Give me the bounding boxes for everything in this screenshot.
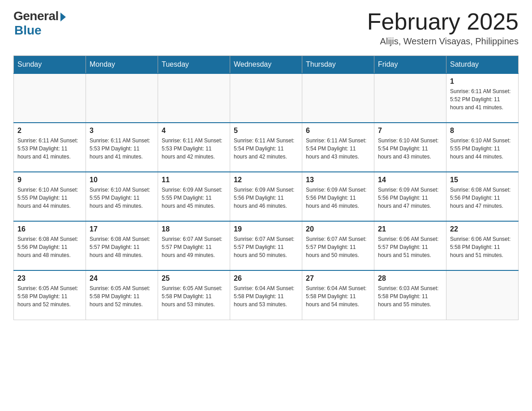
- day-number: 26: [234, 274, 298, 283]
- day-number: 11: [162, 176, 226, 184]
- day-info: Sunrise: 6:11 AM Sunset: 5:54 PM Dayligh…: [234, 137, 298, 161]
- calendar-day-cell: 1Sunrise: 6:11 AM Sunset: 5:52 PM Daylig…: [446, 73, 519, 123]
- day-number: 6: [306, 127, 370, 135]
- location-subtitle: Alijis, Western Visayas, Philippines: [367, 36, 519, 47]
- day-number: 10: [90, 176, 154, 184]
- day-number: 19: [234, 225, 298, 233]
- day-number: 15: [450, 176, 515, 184]
- day-number: 9: [17, 176, 82, 184]
- calendar-day-cell: 14Sunrise: 6:09 AM Sunset: 5:56 PM Dayli…: [374, 172, 446, 221]
- day-info: Sunrise: 6:11 AM Sunset: 5:52 PM Dayligh…: [450, 87, 515, 111]
- calendar-day-cell: [86, 73, 158, 123]
- day-info: Sunrise: 6:08 AM Sunset: 5:56 PM Dayligh…: [450, 186, 515, 210]
- day-number: 21: [378, 225, 442, 233]
- calendar-day-cell: [446, 270, 519, 320]
- calendar-week-row: 1Sunrise: 6:11 AM Sunset: 5:52 PM Daylig…: [14, 73, 519, 123]
- calendar-week-row: 16Sunrise: 6:08 AM Sunset: 5:56 PM Dayli…: [14, 221, 519, 270]
- day-info: Sunrise: 6:10 AM Sunset: 5:54 PM Dayligh…: [378, 137, 442, 161]
- day-info: Sunrise: 6:06 AM Sunset: 5:58 PM Dayligh…: [450, 235, 515, 259]
- day-info: Sunrise: 6:11 AM Sunset: 5:53 PM Dayligh…: [162, 137, 226, 161]
- day-number: 14: [378, 176, 442, 184]
- day-of-week-header: Monday: [86, 56, 158, 74]
- logo-general-text: General: [13, 9, 59, 23]
- day-info: Sunrise: 6:09 AM Sunset: 5:56 PM Dayligh…: [306, 186, 370, 210]
- calendar-day-cell: 13Sunrise: 6:09 AM Sunset: 5:56 PM Dayli…: [302, 172, 374, 221]
- calendar-day-cell: 5Sunrise: 6:11 AM Sunset: 5:54 PM Daylig…: [230, 123, 302, 172]
- day-info: Sunrise: 6:11 AM Sunset: 5:54 PM Dayligh…: [306, 137, 370, 161]
- calendar-day-cell: [302, 73, 374, 123]
- day-number: 23: [17, 274, 82, 283]
- day-info: Sunrise: 6:05 AM Sunset: 5:58 PM Dayligh…: [162, 284, 226, 308]
- page-header: General Blue February 2025 Alijis, Weste…: [13, 9, 519, 47]
- calendar-day-cell: 24Sunrise: 6:05 AM Sunset: 5:58 PM Dayli…: [86, 270, 158, 320]
- day-number: 7: [378, 127, 442, 135]
- day-of-week-header: Friday: [374, 56, 446, 74]
- calendar-day-cell: 18Sunrise: 6:07 AM Sunset: 5:57 PM Dayli…: [158, 221, 230, 270]
- calendar-week-row: 23Sunrise: 6:05 AM Sunset: 5:58 PM Dayli…: [14, 270, 519, 320]
- day-number: 5: [234, 127, 298, 135]
- calendar-day-cell: [14, 73, 86, 123]
- logo-blue-text: Blue: [14, 23, 42, 38]
- day-info: Sunrise: 6:08 AM Sunset: 5:56 PM Dayligh…: [17, 235, 82, 259]
- day-info: Sunrise: 6:06 AM Sunset: 5:57 PM Dayligh…: [378, 235, 442, 259]
- calendar-day-cell: 12Sunrise: 6:09 AM Sunset: 5:56 PM Dayli…: [230, 172, 302, 221]
- calendar-day-cell: 22Sunrise: 6:06 AM Sunset: 5:58 PM Dayli…: [446, 221, 519, 270]
- calendar-day-cell: [230, 73, 302, 123]
- day-number: 24: [90, 274, 154, 283]
- month-title: February 2025: [367, 9, 519, 34]
- day-number: 12: [234, 176, 298, 184]
- day-info: Sunrise: 6:09 AM Sunset: 5:56 PM Dayligh…: [378, 186, 442, 210]
- day-number: 27: [306, 274, 370, 283]
- day-number: 13: [306, 176, 370, 184]
- day-of-week-header: Tuesday: [158, 56, 230, 74]
- day-number: 22: [450, 225, 515, 233]
- day-info: Sunrise: 6:07 AM Sunset: 5:57 PM Dayligh…: [234, 235, 298, 259]
- calendar-week-row: 2Sunrise: 6:11 AM Sunset: 5:53 PM Daylig…: [14, 123, 519, 172]
- calendar-day-cell: 10Sunrise: 6:10 AM Sunset: 5:55 PM Dayli…: [86, 172, 158, 221]
- calendar-day-cell: 15Sunrise: 6:08 AM Sunset: 5:56 PM Dayli…: [446, 172, 519, 221]
- calendar-day-cell: 11Sunrise: 6:09 AM Sunset: 5:55 PM Dayli…: [158, 172, 230, 221]
- calendar-day-cell: 23Sunrise: 6:05 AM Sunset: 5:58 PM Dayli…: [14, 270, 86, 320]
- day-info: Sunrise: 6:04 AM Sunset: 5:58 PM Dayligh…: [306, 284, 370, 308]
- calendar-day-cell: 8Sunrise: 6:10 AM Sunset: 5:55 PM Daylig…: [446, 123, 519, 172]
- calendar-day-cell: 27Sunrise: 6:04 AM Sunset: 5:58 PM Dayli…: [302, 270, 374, 320]
- day-number: 16: [17, 225, 82, 233]
- day-info: Sunrise: 6:03 AM Sunset: 5:58 PM Dayligh…: [378, 284, 442, 308]
- calendar-day-cell: [374, 73, 446, 123]
- calendar-day-cell: 21Sunrise: 6:06 AM Sunset: 5:57 PM Dayli…: [374, 221, 446, 270]
- calendar-day-cell: 25Sunrise: 6:05 AM Sunset: 5:58 PM Dayli…: [158, 270, 230, 320]
- calendar-day-cell: 26Sunrise: 6:04 AM Sunset: 5:58 PM Dayli…: [230, 270, 302, 320]
- calendar-day-cell: 4Sunrise: 6:11 AM Sunset: 5:53 PM Daylig…: [158, 123, 230, 172]
- day-info: Sunrise: 6:10 AM Sunset: 5:55 PM Dayligh…: [450, 137, 515, 161]
- logo-arrow-icon: [60, 13, 66, 21]
- day-number: 4: [162, 127, 226, 135]
- calendar-day-cell: 6Sunrise: 6:11 AM Sunset: 5:54 PM Daylig…: [302, 123, 374, 172]
- day-info: Sunrise: 6:11 AM Sunset: 5:53 PM Dayligh…: [90, 137, 154, 161]
- day-of-week-header: Saturday: [446, 56, 519, 74]
- calendar-day-cell: [158, 73, 230, 123]
- logo: General Blue: [13, 9, 66, 38]
- calendar-day-cell: 16Sunrise: 6:08 AM Sunset: 5:56 PM Dayli…: [14, 221, 86, 270]
- day-number: 18: [162, 225, 226, 233]
- calendar-day-cell: 19Sunrise: 6:07 AM Sunset: 5:57 PM Dayli…: [230, 221, 302, 270]
- calendar-week-row: 9Sunrise: 6:10 AM Sunset: 5:55 PM Daylig…: [14, 172, 519, 221]
- day-of-week-header: Wednesday: [230, 56, 302, 74]
- day-info: Sunrise: 6:05 AM Sunset: 5:58 PM Dayligh…: [90, 284, 154, 308]
- calendar-day-cell: 9Sunrise: 6:10 AM Sunset: 5:55 PM Daylig…: [14, 172, 86, 221]
- calendar-table: SundayMondayTuesdayWednesdayThursdayFrid…: [13, 56, 519, 320]
- day-info: Sunrise: 6:07 AM Sunset: 5:57 PM Dayligh…: [162, 235, 226, 259]
- day-info: Sunrise: 6:09 AM Sunset: 5:56 PM Dayligh…: [234, 186, 298, 210]
- day-info: Sunrise: 6:04 AM Sunset: 5:58 PM Dayligh…: [234, 284, 298, 308]
- day-info: Sunrise: 6:11 AM Sunset: 5:53 PM Dayligh…: [17, 137, 82, 161]
- title-section: February 2025 Alijis, Western Visayas, P…: [367, 9, 519, 47]
- calendar-day-cell: 3Sunrise: 6:11 AM Sunset: 5:53 PM Daylig…: [86, 123, 158, 172]
- calendar-day-cell: 7Sunrise: 6:10 AM Sunset: 5:54 PM Daylig…: [374, 123, 446, 172]
- day-info: Sunrise: 6:07 AM Sunset: 5:57 PM Dayligh…: [306, 235, 370, 259]
- day-info: Sunrise: 6:10 AM Sunset: 5:55 PM Dayligh…: [90, 186, 154, 210]
- day-number: 28: [378, 274, 442, 283]
- day-number: 20: [306, 225, 370, 233]
- day-info: Sunrise: 6:05 AM Sunset: 5:58 PM Dayligh…: [17, 284, 82, 308]
- day-info: Sunrise: 6:10 AM Sunset: 5:55 PM Dayligh…: [17, 186, 82, 210]
- day-info: Sunrise: 6:09 AM Sunset: 5:55 PM Dayligh…: [162, 186, 226, 210]
- calendar-header-row: SundayMondayTuesdayWednesdayThursdayFrid…: [14, 56, 519, 74]
